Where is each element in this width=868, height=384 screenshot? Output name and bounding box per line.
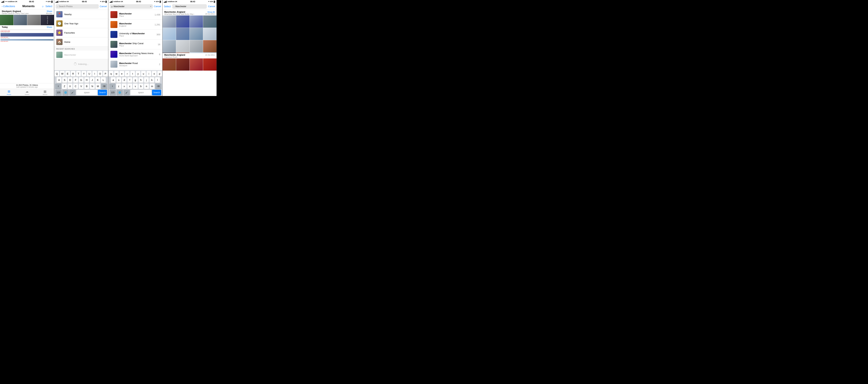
kb-W[interactable]: W (60, 71, 65, 76)
grid-select-button[interactable]: Select (164, 5, 171, 8)
cancel-search-button-3[interactable]: Cancel (154, 5, 161, 8)
kb2-k[interactable]: k (150, 77, 154, 83)
kb-L[interactable]: L (101, 77, 106, 83)
kb2-h[interactable]: h (138, 77, 143, 83)
kb-S[interactable]: S (62, 77, 67, 83)
grid-photo-11[interactable] (190, 40, 203, 53)
kb2-j[interactable]: j (144, 77, 149, 83)
kb-E[interactable]: E (65, 71, 70, 76)
kb-N[interactable]: N (90, 83, 95, 89)
kb-mic[interactable]: 🎤 (69, 90, 75, 95)
kb-T[interactable]: T (76, 71, 81, 76)
kb2-a[interactable]: a (111, 77, 116, 83)
kb-C[interactable]: C (73, 83, 78, 89)
grid-photo-8[interactable] (203, 28, 217, 40)
tab-photos[interactable]: ⊞ Photos (0, 89, 18, 96)
kb-V[interactable]: V (79, 83, 84, 89)
grid-photo-7[interactable] (190, 28, 203, 40)
grid-photo-18[interactable] (176, 59, 189, 71)
kb2-n[interactable]: n (144, 83, 149, 89)
photo-thumb-1[interactable] (0, 15, 13, 25)
kb2-f[interactable]: f (127, 77, 132, 83)
kb-globe[interactable]: 🌐 (62, 90, 69, 95)
kb-G[interactable]: G (79, 77, 84, 83)
tab-shared[interactable]: ☁ Shared (18, 89, 36, 96)
recent-manchester[interactable]: Manchester (54, 50, 108, 59)
kb-space[interactable]: space (76, 90, 97, 95)
cancel-search-button[interactable]: Cancel (100, 5, 107, 8)
tab-albums[interactable]: ▦ Albums (36, 89, 54, 96)
search-icon[interactable]: ⌕ (42, 5, 44, 8)
kb2-search[interactable]: Search (152, 90, 161, 95)
result-manchester-road[interactable]: Manchester Road Stockport 2 (108, 59, 162, 69)
kb2-r[interactable]: r (125, 71, 130, 76)
kb-D[interactable]: D (68, 77, 73, 83)
result-manchester-place[interactable]: Manchester Place 1,436 (108, 10, 162, 20)
kb2-space[interactable]: space (130, 90, 151, 95)
kb2-mic[interactable]: 🎤 (124, 90, 130, 95)
kb-delete[interactable]: ⌫ (101, 83, 107, 89)
share-button-today[interactable]: Share (47, 26, 52, 28)
grid-photo-1[interactable] (162, 15, 176, 28)
kb-H[interactable]: H (84, 77, 89, 83)
kb2-e[interactable]: e (120, 71, 124, 76)
grid-photo-4[interactable] (203, 15, 217, 28)
kb2-t[interactable]: t (130, 71, 135, 76)
kb2-delete[interactable]: ⌫ (155, 83, 161, 89)
grid-photo-20[interactable] (203, 59, 217, 71)
result-university-manchester[interactable]: University of Manchester Place 300 (108, 30, 162, 39)
kb2-l[interactable]: l (155, 77, 160, 83)
kb2-g[interactable]: g (133, 77, 138, 83)
kb-R[interactable]: R (71, 71, 75, 76)
result-manchester-england[interactable]: Manchester England 1,291 (108, 20, 162, 30)
kb2-z[interactable]: z (116, 83, 121, 89)
kb-B[interactable]: B (84, 83, 89, 89)
kb-U[interactable]: U (87, 71, 92, 76)
search-input-empty[interactable] (59, 5, 97, 8)
kb2-s[interactable]: s (116, 77, 121, 83)
suggestion-favourites[interactable]: ⭐ Favourites (54, 28, 108, 37)
photo-thumb-3[interactable] (27, 15, 40, 25)
kb-123[interactable]: 123 (55, 90, 62, 95)
select-button[interactable]: Select (45, 5, 52, 8)
kb-M[interactable]: M (95, 83, 100, 89)
photo-thumb-2[interactable] (13, 15, 27, 25)
kb2-b[interactable]: b (138, 83, 143, 89)
kb2-v[interactable]: v (133, 83, 138, 89)
kb-J[interactable]: J (90, 77, 95, 83)
kb-search[interactable]: Search (98, 90, 107, 95)
share-button-stockport[interactable]: Share (46, 10, 52, 12)
grid-photo-10[interactable] (176, 40, 189, 53)
kb2-o[interactable]: o (152, 71, 157, 76)
kb-P[interactable]: P (103, 71, 108, 76)
grid-photo-2[interactable] (176, 15, 189, 28)
result-manchester-arena[interactable]: Manchester Evening News Arena Hunts Bank… (108, 49, 162, 59)
kb2-globe[interactable]: 🌐 (117, 90, 123, 95)
kb-Y[interactable]: Y (82, 71, 86, 76)
kb2-d[interactable]: d (122, 77, 127, 83)
kb2-i[interactable]: i (147, 71, 151, 76)
grid-photo-3[interactable] (190, 15, 203, 28)
search-field-manchester[interactable]: ⌕ Manchester ✕ (110, 4, 153, 9)
kb-I[interactable]: I (92, 71, 97, 76)
grid-photo-9[interactable] (162, 40, 176, 53)
kb-K[interactable]: K (95, 77, 100, 83)
search-field-empty[interactable]: ⌕ (56, 4, 99, 9)
photo-thumb-4[interactable]: iPhone 2015 (40, 15, 54, 25)
grid-cancel-button[interactable]: Cancel (208, 5, 215, 8)
kb2-c[interactable]: c (127, 83, 132, 89)
today-photo-area[interactable]: 10 BEST WATCH APPS That are also great o… (0, 29, 54, 83)
kb2-m[interactable]: m (150, 83, 155, 89)
kb-O[interactable]: O (98, 71, 102, 76)
kb-Z[interactable]: Z (62, 83, 67, 89)
kb2-123[interactable]: 123 (110, 90, 116, 95)
kb2-y[interactable]: y (136, 71, 141, 76)
suggestion-one-year-ago[interactable]: 🕐 One Year Ago (54, 19, 108, 28)
suggestion-home[interactable]: 🏠 Home (54, 37, 108, 46)
kb-A[interactable]: A (57, 77, 61, 83)
kb2-w[interactable]: w (114, 71, 119, 76)
result-manchester-ship-canal[interactable]: Manchester Ship Canal Place 16 (108, 39, 162, 49)
clear-search-button[interactable]: ✕ (150, 5, 152, 8)
kb2-shift[interactable]: ⇧ (109, 83, 116, 89)
grid-photo-5[interactable] (162, 28, 176, 40)
